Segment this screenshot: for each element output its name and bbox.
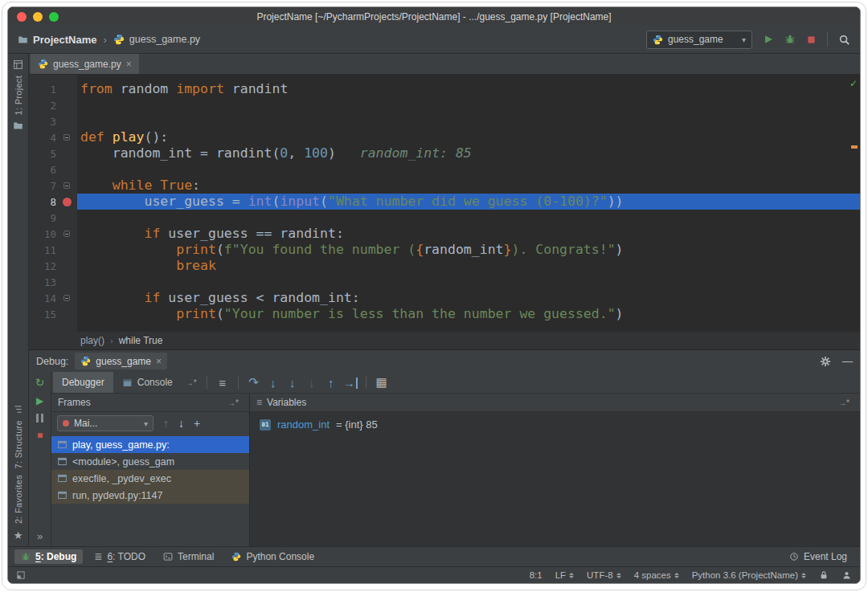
stop-button[interactable] bbox=[806, 35, 817, 45]
interpreter-selector[interactable]: Python 3.6 (ProjectName) bbox=[692, 570, 806, 581]
thread-selector[interactable]: Mai... ▾ bbox=[57, 415, 154, 431]
fold-marker[interactable] bbox=[63, 182, 70, 189]
gutter-row[interactable]: 1 bbox=[29, 81, 77, 97]
code-line[interactable] bbox=[77, 113, 860, 129]
fold-marker[interactable] bbox=[63, 295, 70, 301]
gutter-row[interactable]: 2 bbox=[29, 97, 77, 113]
code-line[interactable]: while True: bbox=[77, 178, 860, 194]
gutter-row[interactable]: 10 bbox=[29, 226, 77, 242]
step-into-icon[interactable]: ↓ bbox=[264, 376, 283, 390]
sidebar-item-structure[interactable]: 7: Structure bbox=[14, 420, 23, 468]
next-frame-icon[interactable]: ↓ bbox=[178, 418, 184, 429]
code-line[interactable]: if user_guess == randint: bbox=[77, 226, 860, 242]
run-configuration-selector[interactable]: guess_game ▾ bbox=[646, 31, 752, 49]
sidebar-item-project[interactable]: 1: Project bbox=[14, 76, 23, 115]
show-execution-point-icon[interactable]: ≡ bbox=[213, 376, 232, 390]
pause-icon[interactable] bbox=[36, 414, 43, 423]
breadcrumb-function[interactable]: play() bbox=[80, 335, 104, 346]
toolbar-button-debug[interactable]: 5: Debug bbox=[14, 549, 83, 564]
frames-list[interactable]: play, guess_game.py:<module>, guess_game… bbox=[51, 435, 249, 546]
frame-row[interactable]: run, pydevd.py:1147 bbox=[51, 487, 249, 504]
breadcrumb-project[interactable]: ProjectName bbox=[33, 34, 96, 46]
add-icon[interactable]: + bbox=[194, 418, 200, 429]
run-button[interactable] bbox=[763, 34, 774, 45]
error-stripe-mark[interactable] bbox=[851, 145, 858, 149]
gutter-row[interactable]: 15 bbox=[29, 306, 77, 322]
variable-row[interactable]: 01 random_int = {int} 85 bbox=[260, 418, 850, 431]
indent-selector[interactable]: 4 spaces bbox=[634, 570, 679, 581]
stop-icon[interactable]: ■ bbox=[37, 431, 43, 440]
code-line[interactable]: print("Your number is less than the numb… bbox=[77, 306, 860, 322]
toolbar-button-python-console[interactable]: Python Console bbox=[225, 549, 321, 564]
gear-icon[interactable] bbox=[820, 356, 831, 367]
more-actions-icon[interactable]: » bbox=[37, 530, 43, 542]
hide-tool-window-icon[interactable]: — bbox=[842, 356, 853, 366]
search-everywhere-button[interactable] bbox=[838, 34, 850, 46]
sidebar-item-favorites[interactable]: 2: Favorites bbox=[14, 475, 23, 524]
code-line[interactable]: if user_guess < random_int: bbox=[77, 290, 860, 306]
highlighting-level-icon[interactable] bbox=[841, 570, 852, 581]
code-line[interactable] bbox=[77, 97, 860, 113]
debug-session-tab[interactable]: guess_game × bbox=[75, 353, 167, 369]
editor-code[interactable]: from random import randintdef play(): ra… bbox=[77, 75, 860, 332]
frame-row[interactable]: execfile, _pydev_exec bbox=[51, 470, 249, 487]
variables-body[interactable]: 01 random_int = {int} 85 bbox=[250, 412, 860, 546]
tab-console[interactable]: Console bbox=[113, 372, 182, 393]
code-line[interactable] bbox=[77, 210, 860, 226]
debug-button[interactable] bbox=[784, 34, 796, 45]
error-stripe[interactable]: ✓ bbox=[848, 75, 860, 332]
toolbar-button-todo[interactable]: ≣ 6: TODO bbox=[88, 549, 152, 564]
frame-row[interactable]: play, guess_game.py: bbox=[51, 436, 249, 453]
code-line[interactable]: break bbox=[77, 258, 860, 274]
toolbar-button-terminal[interactable]: Terminal bbox=[157, 549, 220, 564]
encoding-selector[interactable]: UTF-8 bbox=[587, 570, 621, 581]
toolbar-button-event-log[interactable]: Event Log bbox=[783, 549, 854, 564]
gutter-row[interactable]: 14 bbox=[29, 290, 77, 306]
force-step-into-icon[interactable]: ↓ bbox=[283, 376, 302, 390]
gutter-row[interactable]: 11 bbox=[29, 242, 77, 258]
minimize-window-button[interactable] bbox=[33, 12, 43, 22]
gutter-row[interactable]: 7 bbox=[29, 178, 77, 194]
gutter-row[interactable]: 3 bbox=[29, 113, 77, 129]
evaluate-expression-icon[interactable]: ▦ bbox=[372, 375, 391, 390]
step-over-icon[interactable]: ↷ bbox=[244, 375, 264, 390]
close-tab-icon[interactable]: × bbox=[126, 59, 132, 70]
zoom-window-button[interactable] bbox=[49, 12, 59, 22]
tool-window-toggle-icon[interactable] bbox=[16, 570, 26, 580]
line-ending-selector[interactable]: LF bbox=[555, 570, 574, 581]
gutter-row[interactable]: 6 bbox=[29, 161, 77, 178]
gutter-row[interactable]: 8 bbox=[29, 194, 77, 210]
code-line[interactable]: from random import randint bbox=[77, 81, 860, 97]
code-line[interactable] bbox=[77, 274, 860, 290]
lock-icon[interactable] bbox=[819, 570, 829, 580]
close-window-button[interactable] bbox=[17, 12, 27, 22]
breakpoint-dot[interactable] bbox=[63, 198, 72, 206]
fold-marker[interactable] bbox=[63, 134, 70, 141]
gutter-row[interactable]: 12 bbox=[29, 258, 77, 274]
run-to-cursor-icon[interactable]: → bbox=[341, 376, 360, 390]
code-line[interactable]: user_guess = int(input("What number did … bbox=[77, 194, 860, 210]
gutter-row[interactable]: 5 bbox=[29, 145, 77, 161]
editor-gutter[interactable]: 123456789101112131415 bbox=[29, 75, 77, 332]
fold-marker[interactable] bbox=[63, 231, 70, 237]
pin-arrow-icon[interactable]: →* bbox=[838, 398, 850, 407]
code-line[interactable]: def play(): bbox=[77, 129, 860, 145]
rerun-icon[interactable]: ↻ bbox=[35, 377, 45, 388]
code-editor[interactable]: 123456789101112131415 from random import… bbox=[29, 75, 860, 332]
frame-row[interactable]: <module>, guess_gam bbox=[51, 453, 249, 470]
tab-guess-game[interactable]: guess_game.py × bbox=[31, 54, 139, 74]
star-icon[interactable]: ★ bbox=[14, 529, 23, 541]
code-line[interactable]: random_int = randint(0, 100) random_int:… bbox=[77, 145, 860, 161]
breadcrumb-block[interactable]: while True bbox=[119, 335, 163, 346]
close-session-icon[interactable]: × bbox=[156, 356, 162, 367]
code-line[interactable] bbox=[77, 161, 860, 178]
resume-program-icon[interactable]: ▶ bbox=[36, 396, 43, 406]
gutter-row[interactable]: 4 bbox=[29, 129, 77, 145]
breadcrumb-file[interactable]: guess_game.py bbox=[129, 34, 200, 45]
tab-debugger[interactable]: Debugger bbox=[53, 372, 113, 393]
gutter-row[interactable]: 13 bbox=[29, 274, 77, 290]
code-line[interactable]: print(f"You found the number ({random_in… bbox=[77, 242, 860, 258]
gutter-row[interactable]: 9 bbox=[29, 210, 77, 226]
caret-position[interactable]: 8:1 bbox=[530, 570, 542, 580]
step-out-icon[interactable]: ↑ bbox=[321, 376, 341, 390]
